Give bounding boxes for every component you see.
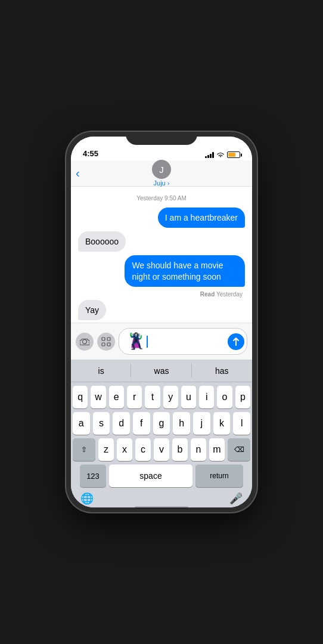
svg-rect-3 [107, 343, 110, 346]
autocomplete-was[interactable]: was [131, 360, 191, 382]
avatar: J [152, 160, 171, 179]
wifi-icon [216, 151, 225, 158]
key-row-bottom: 123 space return [73, 465, 250, 487]
camera-button[interactable] [76, 333, 94, 351]
key-l[interactable]: l [233, 412, 250, 435]
message-bubble-received-1: Boooooo [78, 231, 126, 252]
key-s[interactable]: s [93, 412, 110, 435]
key-x[interactable]: x [117, 438, 132, 461]
key-y[interactable]: y [163, 386, 178, 408]
keyboard: is was has q w e r t y u [71, 360, 252, 507]
key-k[interactable]: k [213, 412, 231, 435]
key-rows: q w e r t y u i o p a s d f g [71, 382, 252, 490]
key-g[interactable]: g [153, 412, 170, 435]
message-bubble-sent-1: I am a heartbreaker [158, 208, 245, 228]
read-status: Read Yesterday [78, 291, 245, 298]
key-b[interactable]: b [172, 438, 188, 461]
key-row-2: a s d f g h j k l [73, 412, 250, 435]
input-area: 🦹‍♀️ [71, 323, 252, 360]
timestamp-1: Yesterday 9:50 AM [78, 195, 245, 202]
chat-area: Yesterday 9:50 AM I am a heartbreaker Bo… [71, 187, 252, 323]
shift-key[interactable]: ⇧ [73, 438, 95, 461]
key-z[interactable]: z [98, 438, 114, 461]
key-c[interactable]: c [135, 438, 151, 461]
cursor [147, 336, 148, 348]
back-chevron-icon: ‹ [76, 166, 80, 180]
key-r[interactable]: r [127, 386, 142, 408]
message-row-received-1: Boooooo [78, 231, 245, 252]
message-row-received-2: Yay [78, 300, 245, 320]
key-n[interactable]: n [191, 438, 206, 461]
status-time: 4:55 [83, 149, 98, 158]
key-h[interactable]: h [173, 412, 190, 435]
svg-rect-2 [102, 343, 105, 346]
home-indicator [135, 506, 188, 509]
message-input[interactable]: 🦹‍♀️ [119, 328, 247, 355]
return-key[interactable]: return [195, 465, 243, 487]
message-row-sent-2: We should have a movie night or somethin… [78, 255, 245, 286]
key-m[interactable]: m [209, 438, 225, 461]
svg-rect-1 [107, 338, 110, 340]
key-j[interactable]: j [193, 412, 210, 435]
key-e[interactable]: e [109, 386, 124, 408]
battery-icon [227, 151, 240, 158]
key-w[interactable]: w [91, 386, 105, 408]
key-a[interactable]: a [73, 412, 90, 435]
autocomplete-bar: is was has [71, 360, 252, 382]
autocomplete-has[interactable]: has [192, 360, 252, 382]
contact-header[interactable]: J Juju › [152, 160, 171, 187]
contact-name: Juju › [154, 179, 170, 187]
space-key[interactable]: space [109, 465, 192, 487]
send-button[interactable] [228, 333, 244, 350]
nav-bar: ‹ J Juju › [71, 160, 252, 187]
key-q[interactable]: q [73, 386, 88, 408]
key-i[interactable]: i [199, 386, 214, 408]
key-v[interactable]: v [154, 438, 169, 461]
phone-screen: 4:55 [71, 137, 252, 507]
back-button[interactable]: ‹ [76, 166, 80, 180]
num-key[interactable]: 123 [80, 465, 106, 487]
signal-bars-icon [205, 152, 214, 158]
message-row-sent-1: I am a heartbreaker [78, 208, 245, 228]
appstore-button[interactable] [97, 333, 115, 351]
notch [126, 132, 197, 145]
svg-rect-0 [102, 338, 105, 340]
message-bubble-received-2: Yay [78, 300, 106, 320]
key-row-3: ⇧ z x c v b n m ⌫ [73, 438, 250, 461]
globe-icon[interactable]: 🌐 [80, 492, 94, 505]
key-f[interactable]: f [133, 412, 150, 435]
keyboard-bottom-bar: 🌐 🎤 [71, 490, 252, 507]
mic-icon[interactable]: 🎤 [229, 492, 243, 505]
key-row-1: q w e r t y u i o p [73, 386, 250, 408]
key-u[interactable]: u [181, 386, 196, 408]
status-icons [205, 151, 240, 158]
autocomplete-is[interactable]: is [71, 360, 131, 382]
backspace-key[interactable]: ⌫ [228, 438, 250, 461]
message-bubble-sent-2: We should have a movie night or somethin… [125, 255, 245, 286]
key-o[interactable]: o [217, 386, 232, 408]
phone-frame: 4:55 [66, 132, 257, 512]
key-p[interactable]: p [235, 386, 250, 408]
key-t[interactable]: t [145, 386, 160, 408]
key-d[interactable]: d [113, 412, 130, 435]
